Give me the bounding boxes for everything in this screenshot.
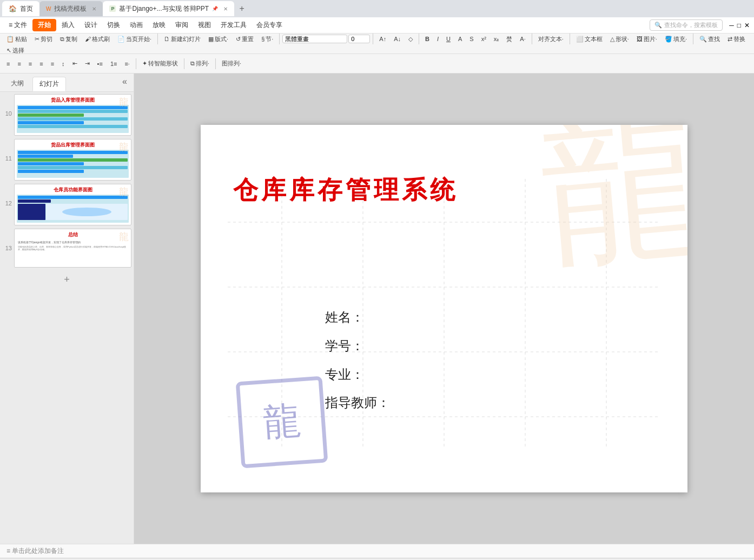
maximize-icon[interactable]: □ (737, 22, 741, 29)
replace-icon: ⇄ (727, 36, 732, 43)
col-count-btn[interactable]: ≡ (48, 59, 57, 68)
cut-button[interactable]: ✂ 剪切 (31, 34, 56, 44)
slide-watermark-bg: 龍 (534, 125, 687, 278)
slide-thumb-13[interactable]: 总结 该系统基于Django框架开发，实现了仓库库存管理的 功能包括货品的入库、… (14, 229, 131, 268)
sep9 (184, 58, 184, 69)
reset-icon: ↺ (236, 36, 241, 43)
section-button[interactable]: § 节· (258, 34, 276, 44)
tab-outline[interactable]: 大纲 (4, 77, 30, 91)
tab-ppt-close[interactable]: ✕ (223, 6, 228, 12)
tab-home[interactable]: 🏠 首页 (2, 1, 39, 16)
tab-template-close[interactable]: ✕ (92, 6, 96, 12)
char-spacing-btn[interactable]: 焚 (503, 34, 515, 44)
align-left-btn[interactable]: ≡ (3, 59, 13, 68)
indent-decrease-btn[interactable]: ⇤ (69, 59, 81, 68)
sep3 (373, 34, 373, 44)
align-center-btn[interactable]: ≡ (14, 59, 24, 68)
increase-font-btn[interactable]: A↑ (376, 35, 389, 43)
menu-bar: ≡ 文件 开始 插入 设计 切换 动画 放映 审阅 视图 开发工具 会员专享 🔍… (0, 17, 754, 34)
format-brush-button[interactable]: 🖌 格式刷 (82, 34, 113, 44)
window-controls: ─ □ ✕ (729, 22, 750, 29)
slide-thumb-11[interactable]: 货品出库管理界面图 龍 (14, 139, 131, 181)
menu-review[interactable]: 审阅 (171, 19, 193, 31)
layout-button[interactable]: ▦ 版式· (205, 34, 232, 44)
smart-shape-btn[interactable]: ✦ 转智能形状 (139, 58, 181, 69)
fill-btn[interactable]: 🪣 填充· (662, 34, 690, 44)
menu-vip[interactable]: 会员专享 (252, 19, 287, 31)
reset-button[interactable]: ↺ 重置 (233, 34, 257, 44)
font-name-select[interactable] (282, 35, 347, 43)
copy-button[interactable]: ⧉ 复制 (57, 34, 81, 44)
tab-ppt[interactable]: P 基于Django+...与实现 答辩PPT 📌 ✕ (103, 1, 234, 16)
replace-button[interactable]: ⇄ 替换 (724, 34, 749, 44)
align-options-btn[interactable]: 对齐文本· (535, 34, 567, 44)
search-placeholder[interactable]: 查找命令，搜索模板 (664, 21, 718, 29)
arrange-btn[interactable]: ⧉ 排列· (187, 58, 213, 69)
slide-label-13: 总结 (17, 231, 129, 238)
justify-btn[interactable]: ≡ (36, 59, 46, 68)
slide-preview-13: 该系统基于Django框架开发，实现了仓库库存管理的 功能包括货品的入库、出库、… (17, 239, 129, 252)
align-right-btn[interactable]: ≡ (25, 59, 35, 68)
home-icon: 🏠 (9, 5, 17, 12)
arrange2-btn[interactable]: 图排列· (219, 58, 244, 69)
menu-file[interactable]: ≡ 文件 (4, 19, 31, 31)
new-slide-button[interactable]: 🗋 新建幻灯片 (161, 34, 204, 44)
slide-info-block: 姓名： 学号： 专业： 指导教师： (325, 303, 390, 417)
tab-template[interactable]: W 找稿壳模板 ✕ (39, 1, 103, 16)
tab-slides[interactable]: 幻灯片 (32, 77, 66, 91)
numbered-list-btn[interactable]: 1≡ (107, 59, 121, 68)
slide-thumb-12[interactable]: 仓库员功能界面图 龍 (14, 184, 131, 225)
menu-devtools[interactable]: 开发工具 (216, 19, 251, 31)
slide-label-12: 仓库员功能界面图 (17, 186, 129, 194)
bullet-list-btn[interactable]: •≡ (94, 59, 106, 68)
menu-view[interactable]: 视图 (194, 19, 215, 31)
menu-slideshow[interactable]: 放映 (148, 19, 170, 31)
add-slide-button[interactable]: + (2, 271, 131, 289)
font-size-input[interactable] (348, 35, 370, 43)
picture-icon: 🖼 (637, 36, 643, 42)
menu-transition[interactable]: 切换 (103, 19, 124, 31)
underline-button[interactable]: U (443, 35, 454, 43)
indent-increase-btn[interactable]: ⇥ (82, 59, 93, 68)
paste-button[interactable]: 📋 粘贴 (3, 34, 30, 44)
info-advisor: 指导教师： (325, 389, 390, 417)
font-color-btn[interactable]: A· (517, 35, 528, 43)
collapse-sidebar-btn[interactable]: « (120, 77, 129, 91)
bold-button[interactable]: B (422, 35, 433, 43)
begin-button[interactable]: 开始 (32, 19, 56, 31)
shape-button[interactable]: △ 形状· (607, 34, 632, 44)
textbox-button[interactable]: ⬜ 文本框 (573, 34, 606, 44)
font-a-button[interactable]: A (455, 35, 465, 43)
italic-button[interactable]: I (434, 35, 442, 43)
font-shape-btn[interactable]: ◇ (405, 35, 416, 44)
menu-insert[interactable]: 插入 (57, 19, 79, 31)
slide-thumb-10[interactable]: 货品入库管理界面图 龍 (14, 94, 131, 136)
picture-btn[interactable]: 🖼 图片· (633, 34, 660, 44)
subscript-btn[interactable]: x₂ (491, 35, 502, 44)
menu-animation[interactable]: 动画 (125, 19, 147, 31)
superscript-btn[interactable]: x² (478, 35, 490, 43)
notes-bar[interactable]: ≡ 单击此处添加备注 (0, 544, 754, 558)
select-button[interactable]: ↖ 选择 (3, 45, 28, 54)
font-color-button[interactable]: S (466, 35, 477, 43)
copy-icon: ⧉ (60, 36, 64, 43)
cut-label: 剪切 (41, 35, 52, 43)
slide-number-12: 12 (2, 184, 12, 206)
info-name: 姓名： (325, 303, 390, 332)
current-page-btn[interactable]: 📄 当页开始· (114, 34, 155, 44)
slide-stamp: 龍 (236, 376, 328, 469)
sep5 (532, 34, 532, 44)
menu-design[interactable]: 设计 (80, 19, 102, 31)
slide-watermark-10: 龍 (119, 96, 129, 109)
add-tab-button[interactable]: + (234, 1, 249, 16)
slide-item-11: 11 货品出库管理界面图 龍 (2, 139, 131, 181)
slide-number-13: 13 (2, 229, 12, 251)
minimize-icon[interactable]: ─ (729, 22, 734, 29)
line-height-btn[interactable]: ↕ (58, 59, 68, 68)
toolbar-row1: 📋 粘贴 ✂ 剪切 ⧉ 复制 🖌 格式刷 📄 当页开始· 🗋 新建幻灯片 ▦ 版… (0, 34, 754, 54)
close-icon[interactable]: ✕ (744, 22, 750, 29)
find-button[interactable]: 🔍 查找 (696, 34, 723, 44)
info-major: 专业： (325, 361, 390, 389)
more-bullets-btn[interactable]: ≡· (121, 59, 133, 68)
decrease-font-btn[interactable]: A↓ (391, 35, 404, 43)
